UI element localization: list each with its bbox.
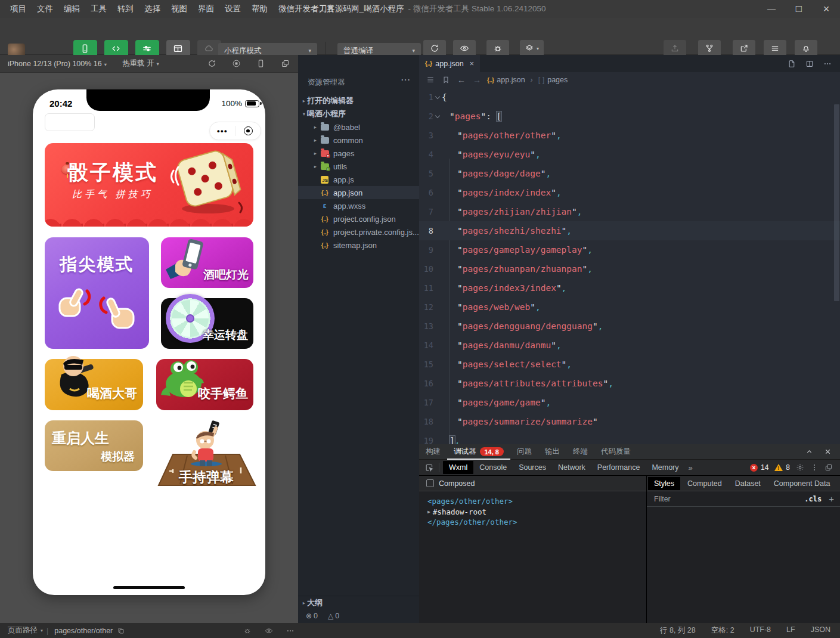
file-app.wxss[interactable]: εapp.wxss [298,199,419,212]
editor-scrollbar[interactable] [834,104,839,301]
encoding[interactable]: UTF-8 [750,625,771,636]
nav-placeholder-box[interactable] [45,113,95,131]
tile-crocodile-bite[interactable]: 咬手鳄鱼 [156,359,253,410]
menu-item-7[interactable]: 界面 [193,4,219,14]
code-line-11[interactable]: 11 "pages/index3/index", [419,278,840,298]
tile-bar-lights[interactable]: 酒吧灯光 [161,237,253,288]
inspect-element-icon[interactable] [425,463,434,472]
debugger-tab-0[interactable]: 构建 [419,444,447,460]
collapse-panel-icon[interactable] [805,448,813,456]
code-line-15[interactable]: 15 "pages/select/select", [419,355,840,374]
code-line-8[interactable]: 8 "pages/shezhi/shezhi", [419,221,840,240]
code-line-1[interactable]: 1 { [419,88,840,107]
code-line-6[interactable]: 6 "pages/index/index", [419,183,840,202]
menu-item-2[interactable]: 编辑 [58,4,85,14]
tile-drinking-bro[interactable]: 喝酒大哥 [45,359,143,410]
tile-restart-life[interactable]: 重启人生 模拟器 [45,420,143,471]
devtools-tab-wxml[interactable]: Wxml [443,461,473,474]
menu-item-4[interactable]: 转到 [112,4,139,14]
composed-checkbox[interactable] [426,479,434,487]
code-area[interactable]: 1 { 2 "pages": [ 3 "pages/other/other", … [419,88,840,444]
close-tab-icon[interactable]: × [470,59,475,68]
tile-fingertip-mode[interactable]: 指尖模式 [45,237,149,349]
minimize-button[interactable]: — [758,0,785,18]
file-project.private.config.js...[interactable]: {..}project.private.config.js... [298,225,419,239]
preview-eye-icon[interactable] [265,627,273,635]
close-panel-icon[interactable] [824,448,832,456]
back-icon[interactable]: ← [457,75,466,85]
style-tab-dataset[interactable]: Dataset [729,477,767,490]
tile-lucky-wheel[interactable]: 幸运转盘 [161,298,253,349]
code-line-12[interactable]: 12 "pages/web/web", [419,298,840,317]
capsule-more-button[interactable]: ••• [210,126,235,135]
debugger-tab-4[interactable]: 终端 [566,444,594,460]
toggle-class-button[interactable]: .cls [804,495,822,503]
devtools-tab-network[interactable]: Network [552,461,591,474]
restart-icon[interactable] [207,59,216,68]
cursor-position[interactable]: 行 8, 列 28 [660,625,696,636]
file-app.js[interactable]: JSapp.js [298,173,419,186]
file-sitemap.json[interactable]: {..}sitemap.json [298,239,419,252]
code-line-7[interactable]: 7 "pages/zhijian/zhijian", [419,202,840,221]
style-tab-component-data[interactable]: Component Data [768,477,836,490]
device-select[interactable]: iPhone 12/13 (Pro) 100% 16▾ [8,60,107,68]
wxml-open-tag[interactable]: <pages/other/other> [427,496,646,507]
file-utils[interactable]: ▸+utils [298,160,419,173]
tile-handheld-danmaku[interactable]: 手持弹幕 [156,417,256,490]
maximize-button[interactable]: □ [785,0,813,18]
undock-window-icon[interactable] [824,463,833,472]
wxml-close-tag[interactable]: </pages/other/other> [427,517,646,528]
hot-reload-toggle[interactable]: 热重载 开▾ [122,58,159,69]
code-line-5[interactable]: 5 "pages/dage/dage", [419,164,840,183]
tab-app-json[interactable]: {..} app.json × [419,55,480,72]
expand-arrow-icon[interactable]: ▶ [427,507,430,518]
eol[interactable]: LF [786,625,795,636]
explorer-section-open-editors[interactable]: ▸打开的编辑器 [298,94,419,107]
file-app.json[interactable]: {..}app.json [298,186,419,199]
page-path-value[interactable]: pages/other/other [54,627,113,635]
capsule-home-button[interactable] [235,126,261,135]
more-tabs-icon[interactable]: » [685,463,696,472]
multi-window-icon[interactable] [281,59,290,68]
more-actions-icon[interactable] [823,60,832,68]
close-button[interactable]: × [813,0,840,18]
copy-path-icon[interactable] [117,627,125,634]
code-line-3[interactable]: 3 "pages/other/other", [419,126,840,145]
debugger-tab-3[interactable]: 输出 [538,444,566,460]
open-preview-icon[interactable] [788,60,796,68]
debugger-tab-5[interactable]: 代码质量 [594,444,637,460]
more-status-icon[interactable] [286,627,295,635]
language-mode[interactable]: JSON [811,625,830,636]
file-@babel[interactable]: ▸@babel [298,120,419,134]
bookmark-icon[interactable] [442,76,450,84]
file-pages[interactable]: ▸●pages [298,147,419,160]
code-line-19[interactable]: 19 ], [419,431,840,444]
settings-gear-icon[interactable] [796,463,804,472]
code-line-10[interactable]: 10 "pages/zhuanpan/zhuanpan", [419,259,840,278]
explorer-problems[interactable]: ⊗0 △0 [298,609,419,623]
code-line-14[interactable]: 14 "pages/danmu/danmu", [419,336,840,355]
more-options-icon[interactable] [810,463,819,472]
code-line-9[interactable]: 9 "pages/gameplay/gameplay", [419,240,840,259]
debugger-tab-1[interactable]: 调试器14, 8 [447,444,510,460]
menu-item-8[interactable]: 设置 [219,4,246,14]
indentation[interactable]: 空格: 2 [711,625,734,636]
explorer-section-project[interactable]: ▾喝酒小程序 [298,107,419,120]
devtools-tab-console[interactable]: Console [473,461,513,474]
split-editor-icon[interactable] [805,60,814,68]
menu-item-5[interactable]: 选择 [139,4,166,14]
style-tab-computed[interactable]: Computed [681,477,728,490]
code-line-17[interactable]: 17 "pages/game/game", [419,393,840,412]
explorer-more-button[interactable]: ··· [401,75,411,84]
menu-item-6[interactable]: 视图 [166,4,193,14]
outline-section[interactable]: ▸ 大纲 [298,596,419,609]
menu-item-1[interactable]: 文件 [32,4,58,14]
devtools-tab-performance[interactable]: Performance [591,461,646,474]
add-style-icon[interactable]: + [829,494,834,504]
menu-item-3[interactable]: 工具 [85,4,112,14]
code-line-18[interactable]: 18 "pages/summarize/summarize" [419,412,840,431]
tile-dice-mode[interactable]: 骰子模式 比手气 拼技巧 [45,143,253,227]
file-common[interactable]: ▸common [298,134,419,147]
code-line-13[interactable]: 13 "pages/dengguang/dengguang", [419,317,840,336]
wxml-shadow-root[interactable]: ▶ #shadow-root [427,507,646,518]
